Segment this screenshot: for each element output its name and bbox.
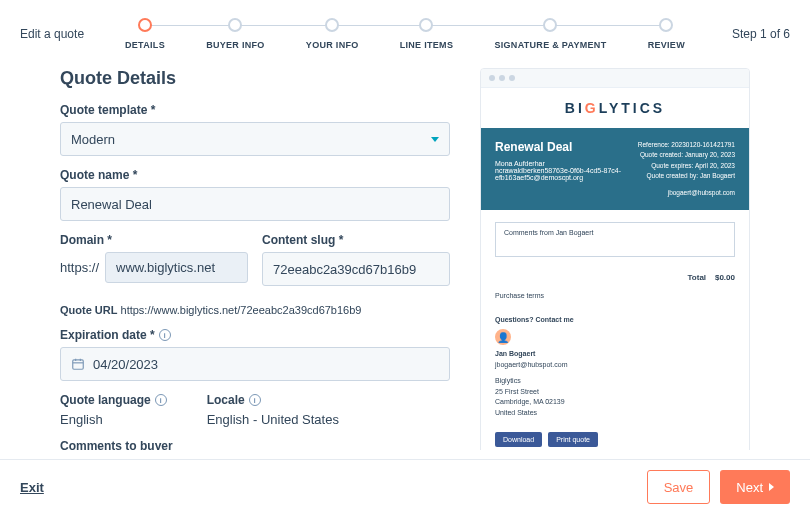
template-value: Modern xyxy=(71,132,115,147)
save-button[interactable]: Save xyxy=(647,470,711,504)
arrow-right-icon xyxy=(769,483,774,491)
step-circle xyxy=(228,18,242,32)
avatar-icon: 👤 xyxy=(495,329,511,345)
template-select[interactable]: Modern xyxy=(60,122,450,156)
svg-rect-0 xyxy=(73,360,84,369)
next-button[interactable]: Next xyxy=(720,470,790,504)
quote-name-input[interactable]: Renewal Deal xyxy=(60,187,450,221)
step-circle xyxy=(543,18,557,32)
locale-value[interactable]: English - United States xyxy=(207,412,339,427)
quote-preview: BIGLYTICS Renewal Deal Mona Aufderhar nc… xyxy=(480,68,750,450)
section-heading: Quote Details xyxy=(60,68,450,89)
step-label: LINE ITEMS xyxy=(400,40,454,50)
expiration-label: Expiration date * i xyxy=(60,328,450,342)
info-icon[interactable]: i xyxy=(159,329,171,341)
step-buyer-info[interactable]: BUYER INFO xyxy=(206,18,265,50)
step-label: SIGNATURE & PAYMENT xyxy=(494,40,606,50)
step-circle xyxy=(659,18,673,32)
preview-deal-title: Renewal Deal xyxy=(495,140,621,154)
expiration-input[interactable]: 04/20/2023 xyxy=(60,347,450,381)
step-your-info[interactable]: YOUR INFO xyxy=(306,18,359,50)
template-label: Quote template * xyxy=(60,103,450,117)
locale-label: Locale i xyxy=(207,393,339,407)
domain-input[interactable]: www.biglytics.net xyxy=(105,252,248,283)
domain-label: Domain * xyxy=(60,233,248,247)
preview-download-button: Download xyxy=(495,432,542,447)
step-circle xyxy=(325,18,339,32)
step-label: REVIEW xyxy=(648,40,685,50)
calendar-icon xyxy=(71,357,85,371)
step-review[interactable]: REVIEW xyxy=(648,18,685,50)
comments-label: Comments to buyer xyxy=(60,439,450,450)
step-signature-payment[interactable]: SIGNATURE & PAYMENT xyxy=(494,18,606,50)
browser-controls xyxy=(481,69,749,88)
info-icon[interactable]: i xyxy=(249,394,261,406)
domain-prefix: https:// xyxy=(60,260,99,275)
slug-label: Content slug * xyxy=(262,233,450,247)
preview-logo: BIGLYTICS xyxy=(481,88,749,128)
exit-link[interactable]: Exit xyxy=(20,480,44,495)
language-label: Quote language i xyxy=(60,393,167,407)
step-indicator: Step 1 of 6 xyxy=(695,27,790,41)
step-circle xyxy=(419,18,433,32)
step-circle xyxy=(138,18,152,32)
quote-name-label: Quote name * xyxy=(60,168,450,182)
step-progress: DETAILSBUYER INFOYOUR INFOLINE ITEMSSIGN… xyxy=(115,18,695,50)
step-label: BUYER INFO xyxy=(206,40,265,50)
page-title: Edit a quote xyxy=(20,27,115,41)
step-label: DETAILS xyxy=(125,40,165,50)
chevron-down-icon xyxy=(431,137,439,142)
step-line-items[interactable]: LINE ITEMS xyxy=(400,18,454,50)
info-icon[interactable]: i xyxy=(155,394,167,406)
quote-url: Quote URL https://www.biglytics.net/72ee… xyxy=(60,304,450,316)
preview-print-button: Print quote xyxy=(548,432,598,447)
preview-comments: Comments from Jan Bogaert xyxy=(495,222,735,257)
slug-input[interactable]: 72eeabc2a39cd67b16b9 xyxy=(262,252,450,286)
language-value[interactable]: English xyxy=(60,412,167,427)
step-details[interactable]: DETAILS xyxy=(125,18,165,50)
step-label: YOUR INFO xyxy=(306,40,359,50)
